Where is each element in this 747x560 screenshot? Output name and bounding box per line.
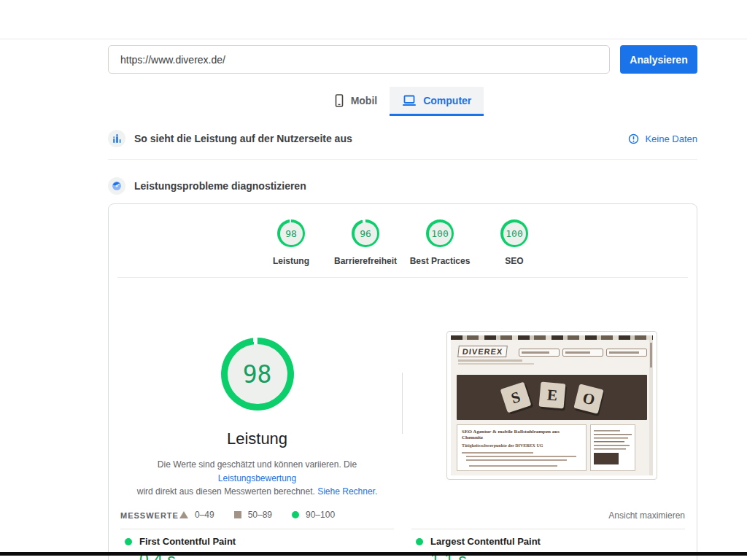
thumbnail-nav-pill-3: [606, 349, 647, 357]
score-disclaimer: Die Werte sind geschätzt und können vari…: [129, 458, 386, 499]
seo-tile-s: S: [500, 382, 531, 413]
seo-tile-o: O: [573, 384, 603, 413]
diverex-logo: DIVEREX: [457, 346, 508, 357]
disclaimer-text-2: wird direkt aus diesen Messwerten berech…: [137, 486, 317, 497]
diagnose-section-header: Leistungsprobleme diagnostizieren: [108, 177, 697, 195]
metric-fcp-label: First Contentful Paint: [139, 536, 236, 547]
legend-fail: 0–49: [179, 510, 214, 520]
score-best-practices[interactable]: 100 Best Practices: [407, 219, 473, 266]
score-legend: 0–49 50–89 90–100: [120, 510, 394, 520]
disclaimer-text-1: Die Werte sind geschätzt und können vari…: [158, 459, 357, 470]
thumbnail-tagline-line: [458, 359, 646, 365]
thumbnail-text-line: [469, 465, 557, 467]
url-input[interactable]: [108, 45, 610, 74]
legend-fail-range: 0–49: [195, 510, 214, 520]
performance-gauge: 98: [221, 338, 294, 411]
score-seo-ring: 100: [500, 219, 528, 247]
thumbnail-subheading: Tätigkeitsschwerpunkte der DIVEREX UG: [462, 443, 581, 448]
analyze-button[interactable]: Analysieren: [620, 45, 697, 74]
legend-average-range: 50–89: [248, 510, 272, 520]
score-performance-ring: 98: [277, 219, 305, 247]
search-bar: Analysieren: [108, 45, 697, 74]
score-accessibility-ring: 96: [352, 219, 379, 247]
metrics-divider-right: [411, 529, 685, 529]
nav-pill-text-bar: [609, 351, 639, 354]
website-thumbnail-page: DIVEREX: [451, 335, 653, 475]
header-divider: [0, 39, 747, 39]
metrics-row: First Contentful Paint 0,4 s Largest Con…: [120, 536, 685, 560]
score-performance-label: Leistung: [273, 256, 309, 266]
thumbnail-sidebar-image: [594, 453, 619, 464]
thumbnail-heading: SEO Agentur & mobile Rollstuhlrampen aus…: [462, 429, 581, 440]
score-seo-label: SEO: [505, 256, 523, 266]
legend-pass-range: 90–100: [306, 510, 335, 520]
screenshot-panel: DIVEREX: [412, 278, 686, 480]
scoring-link[interactable]: Leistungsbewertung: [218, 473, 296, 483]
square-icon: [234, 511, 241, 518]
thumbnail-sidebar-line: [594, 445, 630, 446]
thumbnail-tagline-bar-2: [458, 363, 534, 365]
thumbnail-tagline-bar-1: [458, 359, 522, 362]
thumbnail-sidebar-box: [590, 424, 635, 471]
metric-pass-dot-icon: [125, 538, 132, 545]
category-scores: 98 Leistung 96 Barrierefreiheit 100 Best…: [109, 204, 697, 266]
score-performance[interactable]: 98 Leistung: [258, 219, 324, 266]
legend-average: 50–89: [234, 510, 272, 520]
nav-pill-text-bar: [522, 351, 549, 354]
metric-lcp: Largest Contentful Paint 1,1 s: [411, 536, 685, 560]
triangle-icon: [179, 511, 188, 518]
metrics-divider-left: [120, 529, 394, 529]
score-performance-value: 98: [280, 222, 303, 245]
score-seo[interactable]: 100 SEO: [481, 219, 547, 266]
metric-pass-dot-icon: [416, 538, 423, 545]
thumbnail-nav-pill-2: [562, 349, 603, 357]
metric-fcp: First Contentful Paint 0,4 s: [120, 536, 394, 560]
score-seo-value: 100: [503, 222, 526, 245]
score-accessibility[interactable]: 96 Barrierefreiheit: [333, 219, 398, 266]
thumbnail-scrollbar-thumb: [650, 343, 652, 368]
diagnose-title: Leistungsprobleme diagnostizieren: [134, 180, 306, 192]
score-best-practices-ring: 100: [426, 219, 454, 247]
performance-gauge-label: Leistung: [120, 429, 394, 448]
calculator-link[interactable]: Siehe Rechner.: [317, 486, 377, 497]
thumbnail-sidebar-line: [594, 441, 624, 443]
thumbnail-main-box: SEO Agentur & mobile Rollstuhlrampen aus…: [457, 424, 587, 471]
thumbnail-content: SEO Agentur & mobile Rollstuhlrampen aus…: [457, 424, 647, 471]
thumbnail-nav-pill-1: [519, 349, 560, 357]
score-best-practices-label: Best Practices: [410, 256, 471, 266]
field-data-title: So sieht die Leistung auf der Nutzerseit…: [134, 133, 352, 144]
seo-tile-e: E: [538, 382, 565, 409]
thumbnail-hero-image: S E O: [457, 375, 647, 420]
website-thumbnail: DIVEREX: [446, 331, 657, 480]
tab-mobile-label: Mobil: [351, 95, 378, 106]
laptop-icon: [402, 95, 417, 106]
nav-pill-text-bar: [565, 351, 590, 354]
tab-desktop[interactable]: Computer: [390, 87, 484, 116]
performance-summary: 98 Leistung Die Werte sind geschätzt und…: [120, 278, 394, 520]
info-icon[interactable]: [628, 133, 639, 144]
thumbnail-header: DIVEREX: [451, 340, 653, 373]
thumbnail-scrollbar: [649, 340, 653, 475]
section-divider: [108, 159, 697, 160]
thumbnail-text-line: [466, 456, 576, 457]
tab-mobile[interactable]: Mobil: [322, 87, 390, 116]
report-card: 98 Leistung 96 Barrierefreiheit 100 Best…: [108, 203, 697, 560]
speedometer-icon: [108, 177, 125, 195]
score-accessibility-label: Barrierefreiheit: [334, 256, 397, 266]
device-tabs: Mobil Computer: [108, 87, 697, 116]
metrics-dividers: [120, 529, 685, 529]
thumbnail-sidebar-line: [594, 448, 626, 450]
score-accessibility-value: 96: [355, 222, 377, 245]
thumbnail-sidebar-line: [594, 430, 620, 432]
field-data-icon: [108, 130, 125, 147]
field-data-section-header: So sieht die Leistung auf der Nutzerseit…: [108, 130, 697, 147]
no-data-link[interactable]: Keine Daten: [645, 133, 697, 144]
legend-pass: 90–100: [292, 510, 335, 520]
bottom-screen-edge: [0, 552, 747, 556]
expand-view-link[interactable]: Ansicht maximieren: [608, 510, 685, 521]
thumbnail-sidebar-line: [594, 438, 628, 439]
column-divider: [402, 373, 403, 434]
tab-desktop-label: Computer: [423, 95, 471, 106]
thumbnail-sidebar-line: [594, 434, 632, 435]
performance-gauge-value: 98: [228, 344, 287, 404]
